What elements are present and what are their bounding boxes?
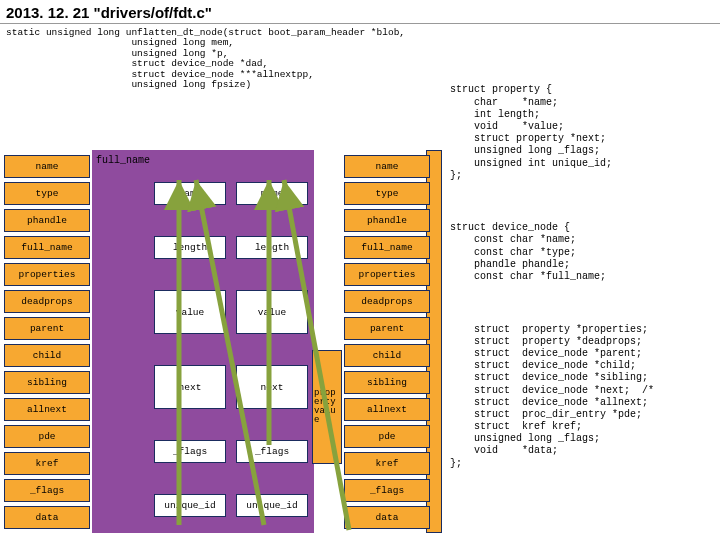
node-field: full_name (344, 236, 430, 259)
struct-device-node-bottom: struct property *properties; struct prop… (450, 324, 710, 470)
node-field: pde (344, 425, 430, 448)
prop-field: _flags (154, 440, 226, 463)
node-field: allnext (4, 398, 90, 421)
node-field: name (4, 155, 90, 178)
property-value-box: property value (312, 350, 342, 464)
code-sidebar: struct property { char *name; int length… (450, 60, 710, 498)
diagram: name type phandle full_name properties d… (4, 155, 424, 533)
node-field: allnext (344, 398, 430, 421)
prop-field: name (236, 182, 308, 205)
node-field: pde (4, 425, 90, 448)
node-field: data (344, 506, 430, 529)
node-field: child (4, 344, 90, 367)
prop-field: value (236, 290, 308, 334)
node-field: deadprops (344, 290, 430, 313)
node-field: sibling (344, 371, 430, 394)
device-node-col-b: name type phandle full_name properties d… (344, 155, 430, 533)
property-col-a: name length value next _flags unique_id (154, 155, 226, 533)
prop-field: value (154, 290, 226, 334)
device-node-col-a: name type phandle full_name properties d… (4, 155, 90, 533)
prop-field: next (236, 365, 308, 409)
prop-field: next (154, 365, 226, 409)
node-field: data (4, 506, 90, 529)
node-field: deadprops (4, 290, 90, 313)
struct-device-node-top: struct device_node { const char *name; c… (450, 222, 710, 283)
prop-field: unique_id (154, 494, 226, 517)
node-field: child (344, 344, 430, 367)
node-field: kref (4, 452, 90, 475)
node-field: phandle (344, 209, 430, 232)
node-field: sibling (4, 371, 90, 394)
prop-field: _flags (236, 440, 308, 463)
node-field: phandle (4, 209, 90, 232)
page-title: 2013. 12. 21 "drivers/of/fdt.c" (0, 0, 720, 24)
node-field: properties (344, 263, 430, 286)
node-field: properties (4, 263, 90, 286)
node-field: kref (344, 452, 430, 475)
property-col-b: name length value next _flags unique_id (236, 155, 308, 533)
prop-field: length (236, 236, 308, 259)
prop-field: length (154, 236, 226, 259)
node-field: type (344, 182, 430, 205)
struct-property: struct property { char *name; int length… (450, 84, 710, 182)
fullname-label: full_name (96, 155, 150, 166)
node-field: full_name (4, 236, 90, 259)
node-field: _flags (4, 479, 90, 502)
prop-field: unique_id (236, 494, 308, 517)
node-field: name (344, 155, 430, 178)
node-field: parent (344, 317, 430, 340)
node-field: type (4, 182, 90, 205)
node-field: parent (4, 317, 90, 340)
prop-field: name (154, 182, 226, 205)
node-field: _flags (344, 479, 430, 502)
